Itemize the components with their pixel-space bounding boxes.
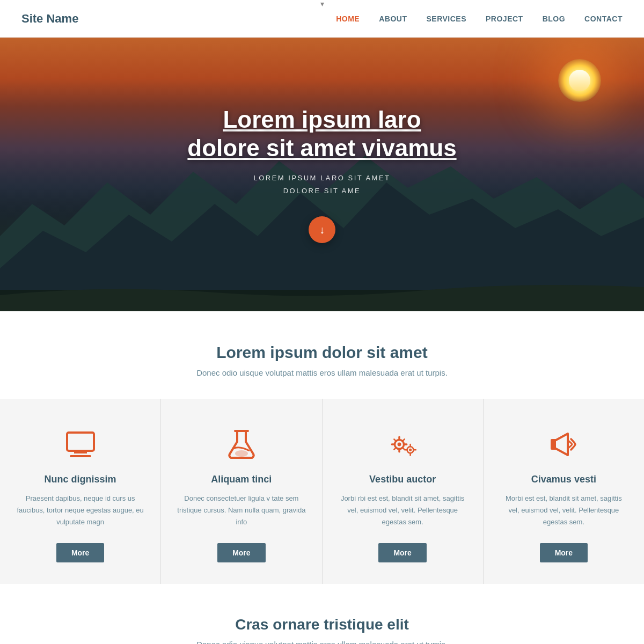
section-intro: Lorem ipsum dolor sit amet Donec odio ui… — [0, 311, 644, 399]
svg-rect-3 — [67, 433, 94, 451]
section-intro-heading: Lorem ipsum dolor sit amet — [21, 343, 623, 362]
nav-links: HOME ABOUT SERVICES PROJECT BLOG CONTACT — [336, 14, 623, 24]
megaphone-icon — [547, 428, 580, 460]
nav-about[interactable]: ABOUT — [379, 14, 407, 23]
chevron-down-icon: ▾ — [320, 0, 324, 8]
svg-point-7 — [235, 450, 248, 457]
section-bottom-heading: Cras ornare tristique elit — [21, 616, 623, 633]
card-2-more-button[interactable]: More — [217, 543, 265, 562]
monitor-icon — [64, 428, 97, 460]
nav-blog[interactable]: BLOG — [543, 14, 565, 23]
svg-point-9 — [398, 443, 401, 447]
hero-section: Lorem ipsum laro dolore sit amet vivamus… — [0, 38, 644, 311]
card-2: Aliquam tinci Donec consectetuer ligula … — [161, 399, 322, 584]
card-4-icon — [545, 426, 582, 463]
card-1-icon — [62, 426, 99, 463]
nav-contact[interactable]: CONTACT — [584, 14, 623, 23]
card-3-title: Vestibu auctor — [369, 474, 436, 485]
card-3: Vestibu auctor Jorbi rbi est est, blandi… — [323, 399, 484, 584]
svg-point-19 — [409, 449, 412, 451]
nav-home[interactable]: HOME — [336, 14, 360, 23]
hero-title: Lorem ipsum laro dolore sit amet vivamus — [187, 106, 456, 163]
card-3-more-button[interactable]: More — [378, 543, 426, 562]
card-2-icon — [223, 426, 260, 463]
card-2-text: Donec consectetuer ligula v tate sem tri… — [177, 493, 305, 528]
card-1: Nunc dignissim Praesent dapibus, neque i… — [0, 399, 161, 584]
site-name: Site Name — [21, 12, 78, 26]
card-3-text: Jorbi rbi est est, blandit sit amet, sag… — [339, 493, 467, 528]
svg-rect-24 — [552, 440, 556, 449]
svg-line-14 — [394, 439, 396, 441]
nav-project[interactable]: PROJECT — [486, 14, 523, 23]
svg-line-16 — [402, 439, 405, 441]
navbar: ▾ Site Name HOME ABOUT SERVICES PROJECT … — [0, 0, 644, 38]
card-4-more-button[interactable]: More — [540, 543, 588, 562]
card-3-icon — [384, 426, 421, 463]
section-bottom-text: Donec odio uisque volutpat mattis eros u… — [21, 640, 623, 644]
svg-rect-4 — [74, 451, 87, 453]
nav-services[interactable]: SERVICES — [426, 14, 466, 23]
svg-line-15 — [402, 448, 405, 450]
card-1-more-button[interactable]: More — [56, 543, 104, 562]
gears-icon — [386, 428, 419, 460]
card-4-title: Civamus vesti — [531, 474, 596, 485]
card-4: Civamus vesti Morbi est est, blandit sit… — [484, 399, 644, 584]
card-4-text: Morbi est est, blandit sit amet, sagitti… — [500, 493, 628, 528]
card-2-title: Aliquam tinci — [211, 474, 272, 485]
section-intro-text: Donec odio uisque volutpat mattis eros u… — [21, 368, 623, 377]
section-bottom: Cras ornare tristique elit Donec odio ui… — [0, 584, 644, 644]
arrow-down-icon: ↓ — [319, 224, 325, 235]
cards-row: Nunc dignissim Praesent dapibus, neque i… — [0, 399, 644, 584]
card-1-title: Nunc dignissim — [45, 474, 116, 485]
hero-subtitle: LOREM IPSUM LARO SIT AMET DOLORE SIT AME — [187, 172, 456, 197]
hero-scroll-button[interactable]: ↓ — [309, 216, 335, 243]
card-1-text: Praesent dapibus, neque id curs us fauci… — [16, 493, 144, 528]
hero-content: Lorem ipsum laro dolore sit amet vivamus… — [187, 106, 456, 243]
flask-icon — [225, 428, 258, 460]
svg-line-17 — [394, 448, 396, 450]
